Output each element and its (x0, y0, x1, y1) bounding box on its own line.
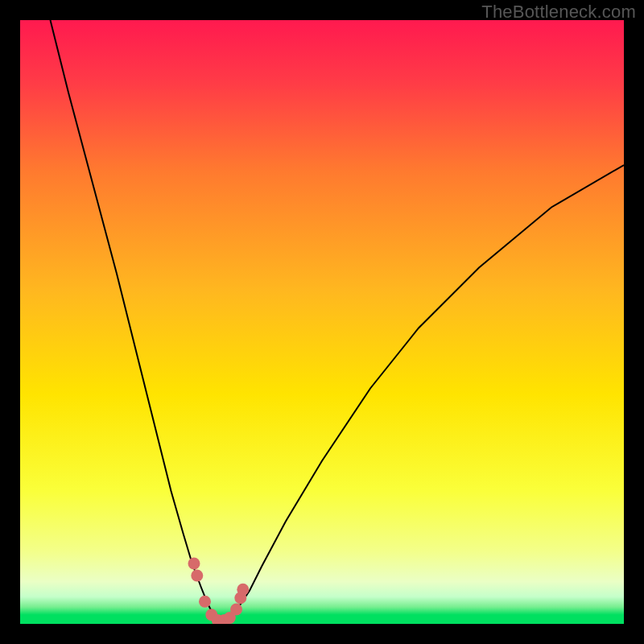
watermark-label: TheBottleneck.com (481, 2, 636, 23)
curve-marker (230, 604, 242, 616)
curve-marker (199, 596, 211, 608)
gradient-background (20, 20, 624, 624)
curve-marker (237, 584, 249, 596)
curve-marker (191, 570, 203, 582)
curve-marker (188, 558, 200, 570)
chart-frame (20, 20, 624, 624)
bottleneck-chart (20, 20, 624, 624)
